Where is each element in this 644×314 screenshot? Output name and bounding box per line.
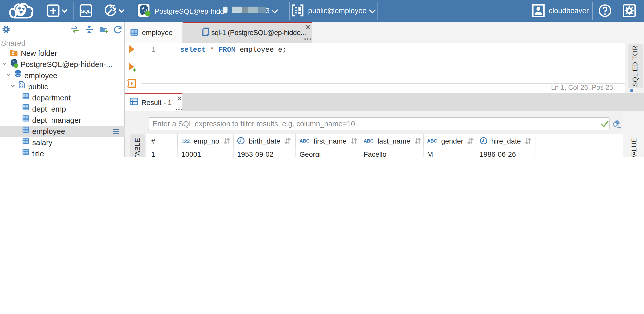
svg-text:SQL: SQL [81,9,91,14]
